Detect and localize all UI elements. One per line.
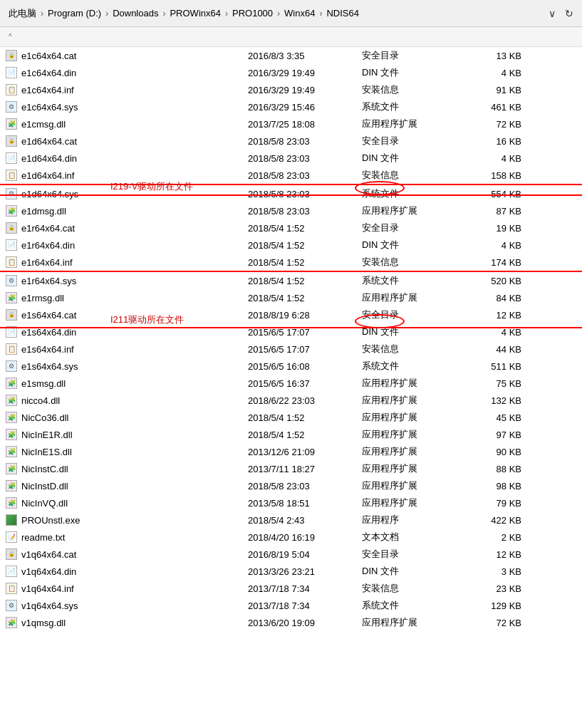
titlebar: 此电脑 › Program (D:) › Downloads › PROWinx… bbox=[0, 0, 582, 27]
file-size-cell: 98 KB bbox=[456, 479, 527, 493]
table-row[interactable]: 📄 e1s64x64.din 2015/6/5 17:07 DIN 文件 4 K… bbox=[0, 323, 582, 340]
file-date-cell: 2018/5/8 23:03 bbox=[242, 187, 356, 201]
file-type-cell: 应用程序扩展 bbox=[356, 444, 456, 459]
table-row[interactable]: 📋 e1d64x64.inf 2018/5/8 23:03 安装信息 158 K… bbox=[0, 167, 582, 185]
file-size-cell: 91 KB bbox=[456, 83, 527, 97]
file-name-cell: ⚙ e1d64x64.sys bbox=[0, 187, 242, 201]
table-row[interactable]: 🧩 NicInstC.dll 2013/7/11 18:27 应用程序扩展 88… bbox=[0, 460, 582, 477]
refresh-button[interactable]: ↻ bbox=[562, 6, 576, 21]
table-row[interactable]: 🧩 NicInE1S.dll 2013/12/6 21:09 应用程序扩展 90… bbox=[0, 443, 582, 460]
table-row[interactable]: PROUnstl.exe 2018/5/4 2:43 应用程序 422 KB bbox=[0, 511, 582, 529]
file-date-cell: 2018/5/4 1:52 bbox=[242, 428, 356, 442]
file-name-cell: 📋 e1r64x64.inf bbox=[0, 255, 242, 269]
file-type-cell: 安装信息 bbox=[356, 82, 456, 98]
breadcrumb-program-d[interactable]: Program (D:) bbox=[45, 6, 104, 20]
breadcrumb-ndis64[interactable]: NDIS64 bbox=[323, 6, 362, 20]
breadcrumb-home[interactable]: 此电脑 bbox=[6, 6, 39, 21]
file-size-cell: 16 KB bbox=[456, 135, 527, 148]
file-name-cell: 📋 e1d64x64.inf bbox=[0, 168, 242, 182]
table-row[interactable]: 🧩 NicInVQ.dll 2013/5/8 18:51 应用程序扩展 79 K… bbox=[0, 494, 582, 511]
table-row[interactable]: 🧩 nicco4.dll 2018/6/22 23:03 应用程序扩展 132 … bbox=[0, 392, 582, 409]
breadcrumb-prowinx64[interactable]: PROWinx64 bbox=[167, 6, 224, 20]
file-type-cell: 安装信息 bbox=[356, 167, 456, 183]
file-date-cell: 2018/5/4 1:52 bbox=[242, 411, 356, 425]
file-name-cell: 🧩 NicInVQ.dll bbox=[0, 496, 242, 510]
table-row[interactable]: 🧩 e1rmsg.dll 2018/5/4 1:52 应用程序扩展 84 KB bbox=[0, 289, 582, 306]
file-date-cell: 2016/3/29 19:49 bbox=[242, 83, 356, 97]
table-row[interactable]: 🧩 e1smsg.dll 2015/6/5 16:37 应用程序扩展 75 KB bbox=[0, 375, 582, 392]
table-row[interactable]: ⚙ e1d64x64.sys 2018/5/8 23:03 系统文件 554 K… bbox=[0, 185, 582, 202]
table-row[interactable]: 🧩 NicInstD.dll 2018/5/8 23:03 应用程序扩展 98 … bbox=[0, 477, 582, 494]
file-name-cell: 🔒 e1s64x64.cat bbox=[0, 308, 242, 322]
table-row[interactable]: 🧩 v1qmsg.dll 2013/6/20 19:09 应用程序扩展 72 K… bbox=[0, 614, 582, 631]
table-row[interactable]: 📋 v1q64x64.inf 2013/7/18 7:34 安装信息 23 KB bbox=[0, 580, 582, 597]
file-name-cell: 🧩 NicInE1R.dll bbox=[0, 427, 242, 442]
file-date-cell: 2018/5/4 1:52 bbox=[242, 256, 356, 269]
table-row[interactable]: 🔒 e1c64x64.cat 2016/8/3 3:35 安全目录 13 KB bbox=[0, 47, 582, 64]
file-size-cell: 23 KB bbox=[456, 582, 527, 596]
table-row[interactable]: 📋 e1c64x64.inf 2016/3/29 19:49 安装信息 91 K… bbox=[0, 81, 582, 98]
file-name-cell: 🧩 e1smsg.dll bbox=[0, 376, 242, 390]
file-date-cell: 2018/5/8 23:03 bbox=[242, 169, 356, 182]
file-size-cell: 84 KB bbox=[456, 291, 527, 305]
col-header-type[interactable] bbox=[356, 30, 456, 43]
col-header-size[interactable] bbox=[456, 30, 527, 43]
table-row[interactable]: 📋 e1r64x64.inf 2018/5/4 1:52 安装信息 174 KB bbox=[0, 254, 582, 272]
file-name-cell: 🔒 e1r64x64.cat bbox=[0, 221, 242, 235]
table-row[interactable]: 🧩 e1cmsg.dll 2013/7/25 18:08 应用程序扩展 72 K… bbox=[0, 115, 582, 132]
table-row[interactable]: 🔒 v1q64x64.cat 2016/8/19 5:04 安全目录 12 KB bbox=[0, 546, 582, 563]
file-date-cell: 2018/5/4 1:52 bbox=[242, 222, 356, 235]
file-date-cell: 2018/5/8 23:03 bbox=[242, 135, 356, 148]
file-type-cell: DIN 文件 bbox=[356, 65, 456, 80]
table-row[interactable]: ⚙ e1r64x64.sys 2018/5/4 1:52 系统文件 520 KB bbox=[0, 272, 582, 289]
col-header-date[interactable] bbox=[242, 30, 356, 43]
file-type-cell: 应用程序扩展 bbox=[356, 615, 456, 630]
breadcrumb-downloads[interactable]: Downloads bbox=[110, 6, 161, 20]
table-row[interactable]: ⚙ e1s64x64.sys 2015/6/5 16:08 系统文件 511 K… bbox=[0, 358, 582, 375]
file-type-cell: 文本文档 bbox=[356, 529, 456, 545]
file-size-cell: 45 KB bbox=[456, 411, 527, 425]
file-type-cell: 安全目录 bbox=[356, 48, 456, 63]
file-list-container: ^ I219-V驱动所在文件 I211驱动所在文件 🔒 e1c64x64.cat… bbox=[0, 27, 582, 631]
file-size-cell: 554 KB bbox=[456, 187, 527, 201]
file-date-cell: 2013/12/6 21:09 bbox=[242, 445, 356, 459]
breadcrumb-pro1000[interactable]: PRO1000 bbox=[229, 6, 276, 20]
table-row[interactable]: 🔒 e1r64x64.cat 2018/5/4 1:52 安全目录 19 KB bbox=[0, 219, 582, 236]
file-type-cell: DIN 文件 bbox=[356, 237, 456, 253]
breadcrumb-winx64[interactable]: Winx64 bbox=[281, 6, 318, 20]
table-row[interactable]: 📋 e1s64x64.inf 2015/6/5 17:07 安装信息 44 KB bbox=[0, 340, 582, 358]
col-header-name[interactable]: ^ bbox=[0, 30, 242, 43]
file-type-cell: 安全目录 bbox=[356, 307, 456, 323]
table-row[interactable]: 📄 e1d64x64.din 2018/5/8 23:03 DIN 文件 4 K… bbox=[0, 150, 582, 167]
table-row[interactable]: 🧩 NicInE1R.dll 2018/5/4 1:52 应用程序扩展 97 K… bbox=[0, 426, 582, 443]
file-size-cell: 12 KB bbox=[456, 548, 527, 561]
file-date-cell: 2013/7/11 18:27 bbox=[242, 462, 356, 476]
file-date-cell: 2013/7/25 18:08 bbox=[242, 118, 356, 131]
file-date-cell: 2013/7/18 7:34 bbox=[242, 599, 356, 613]
file-type-cell: 应用程序扩展 bbox=[356, 478, 456, 494]
breadcrumb-sep-5: › bbox=[277, 9, 280, 19]
file-size-cell: 422 KB bbox=[456, 514, 527, 527]
file-type-cell: 系统文件 bbox=[356, 598, 456, 613]
table-row[interactable]: 🔒 e1s64x64.cat 2018/8/19 6:28 安全目录 12 KB bbox=[0, 306, 582, 323]
table-row[interactable]: 📝 readme.txt 2018/4/20 16:19 文本文档 2 KB bbox=[0, 529, 582, 546]
column-headers: ^ bbox=[0, 27, 582, 47]
table-row[interactable]: 📄 e1c64x64.din 2016/3/29 19:49 DIN 文件 4 … bbox=[0, 64, 582, 81]
table-row[interactable]: ⚙ e1c64x64.sys 2016/3/29 15:46 系统文件 461 … bbox=[0, 98, 582, 115]
file-type-cell: 应用程序扩展 bbox=[356, 410, 456, 425]
file-size-cell: 4 KB bbox=[456, 66, 527, 80]
table-row[interactable]: 🧩 NicCo36.dll 2018/5/4 1:52 应用程序扩展 45 KB bbox=[0, 409, 582, 426]
table-row[interactable]: 📄 e1r64x64.din 2018/5/4 1:52 DIN 文件 4 KB bbox=[0, 236, 582, 254]
file-name-cell: ⚙ e1r64x64.sys bbox=[0, 274, 242, 288]
table-row[interactable]: 🔒 e1d64x64.cat 2018/5/8 23:03 安全目录 16 KB bbox=[0, 132, 582, 150]
file-date-cell: 2016/8/19 5:04 bbox=[242, 548, 356, 561]
table-row[interactable]: 📄 v1q64x64.din 2013/3/26 23:21 DIN 文件 3 … bbox=[0, 563, 582, 580]
file-date-cell: 2015/6/5 16:37 bbox=[242, 377, 356, 390]
file-size-cell: 4 KB bbox=[456, 326, 527, 339]
table-row[interactable]: ⚙ v1q64x64.sys 2013/7/18 7:34 系统文件 129 K… bbox=[0, 597, 582, 614]
file-name-cell: 🧩 NicInE1S.dll bbox=[0, 444, 242, 459]
table-row[interactable]: 🧩 e1dmsg.dll 2018/5/8 23:03 应用程序扩展 87 KB bbox=[0, 202, 582, 219]
file-name-cell: 🧩 e1dmsg.dll bbox=[0, 204, 242, 218]
file-name-cell: 🔒 v1q64x64.cat bbox=[0, 547, 242, 561]
breadcrumb-dropdown-button[interactable]: ∨ bbox=[545, 6, 559, 21]
